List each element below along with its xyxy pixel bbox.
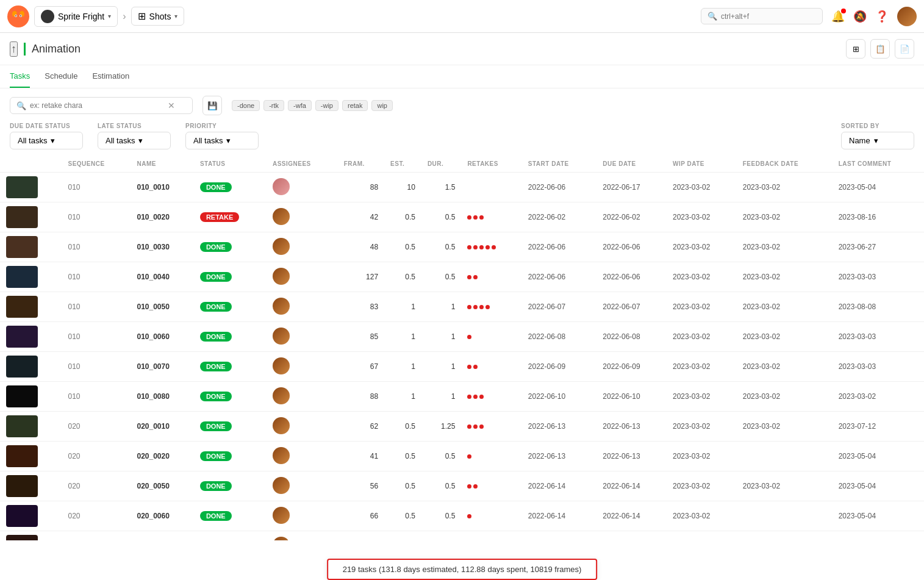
shot-name[interactable]: 010_0050 (131, 292, 193, 322)
tag-wip[interactable]: -wip (315, 100, 338, 111)
shot-feedback-date (737, 531, 833, 541)
copy-button[interactable]: 📋 (870, 39, 890, 59)
shot-last-comment: 2023-06-27 (833, 232, 924, 262)
tag-done[interactable]: -done (232, 100, 260, 111)
chevron-down-icon: ▾ (108, 13, 111, 20)
shots-icon: ⊞ (138, 10, 146, 22)
col-dur[interactable]: DUR. (421, 156, 461, 173)
shot-name[interactable]: 020_0050 (131, 471, 193, 501)
shot-name[interactable]: 010_0030 (131, 232, 193, 262)
col-assignees[interactable]: ASSIGNEES (267, 156, 338, 173)
sorted-by-dropdown[interactable]: Name ▾ (841, 132, 914, 149)
col-name[interactable]: NAME (131, 156, 193, 173)
grid-view-button[interactable]: ⊞ (846, 39, 865, 59)
shot-name[interactable]: 020_0070 (131, 531, 193, 541)
col-sequence[interactable]: SEQUENCE (62, 156, 131, 173)
save-filter-button[interactable]: 💾 (202, 96, 222, 115)
table-row[interactable]: 010010_0060DONE85112022-06-082022-06-082… (0, 322, 924, 352)
tag-wfa[interactable]: -wfa (288, 100, 312, 111)
table-row[interactable]: 010010_0070DONE67112022-06-092022-06-092… (0, 352, 924, 382)
shot-name[interactable]: 020_0020 (131, 442, 193, 471)
tabs: Tasks Schedule Estimation (0, 65, 924, 88)
tab-tasks[interactable]: Tasks (10, 65, 30, 88)
filter-search[interactable]: 🔍 ✕ (10, 97, 193, 114)
col-due-date[interactable]: DUE DATE (596, 156, 667, 173)
shot-name[interactable]: 010_0060 (131, 322, 193, 352)
global-search[interactable]: 🔍 (701, 8, 823, 24)
shot-feedback-date: 2023-03-02 (737, 262, 833, 292)
col-last-comment[interactable]: LAST COMMENT (833, 156, 924, 173)
shots-selector[interactable]: ⊞ Shots ▾ (131, 7, 185, 26)
priority-dropdown[interactable]: All tasks ▾ (185, 132, 259, 149)
shot-name[interactable]: 010_0040 (131, 262, 193, 292)
table-row[interactable]: 010010_0040DONE1270.50.52022-06-062022-0… (0, 262, 924, 292)
tag-retak[interactable]: retak (342, 100, 368, 111)
shot-due-date: 2022-06-17 (596, 173, 667, 202)
shot-frames: 83 (338, 292, 384, 322)
table-row[interactable]: 020020_0060DONE660.50.52022-06-142022-06… (0, 501, 924, 531)
shot-retakes (461, 322, 521, 352)
shot-est: 0.5 (384, 471, 421, 501)
shot-dur: 1.5 (421, 173, 461, 202)
global-search-input[interactable] (721, 12, 806, 21)
shot-last-comment: 2023-05-04 (833, 471, 924, 501)
shot-assignees (267, 202, 338, 232)
project-selector[interactable]: Sprite Fright ▾ (34, 6, 118, 27)
user-avatar[interactable] (897, 7, 917, 26)
shot-feedback-date: 2023-03-02 (737, 412, 833, 442)
shot-due-date: 2022-06-10 (596, 382, 667, 412)
shot-name[interactable]: 010_0010 (131, 173, 193, 202)
table-row[interactable]: 020020_0070DONE52112022-06-152022-06-152… (0, 531, 924, 541)
notifications-button[interactable]: 🔔 (831, 10, 845, 23)
shot-name[interactable]: 010_0020 (131, 202, 193, 232)
table-row[interactable]: 020020_0010DONE620.51.252022-06-132022-0… (0, 412, 924, 442)
due-date-status-dropdown[interactable]: All tasks ▾ (10, 132, 83, 149)
shot-est: 0.5 (384, 202, 421, 232)
shot-frames: 41 (338, 442, 384, 471)
col-start-date[interactable]: START DATE (522, 156, 596, 173)
col-frames[interactable]: FRAM. (338, 156, 384, 173)
table-row[interactable]: 010010_0080DONE88112022-06-102022-06-102… (0, 382, 924, 412)
col-est[interactable]: EST. (384, 156, 421, 173)
shot-sequence: 020 (62, 442, 131, 471)
shot-assignees (267, 173, 338, 202)
table-row[interactable]: 010010_0020RETAKE420.50.52022-06-022022-… (0, 202, 924, 232)
filter-search-input[interactable] (30, 101, 164, 110)
tag-wip2[interactable]: wip (371, 100, 393, 111)
tab-schedule[interactable]: Schedule (45, 65, 77, 88)
col-retakes[interactable]: RETAKES (461, 156, 521, 173)
help-button[interactable]: ❓ (875, 10, 889, 23)
app-logo[interactable] (7, 5, 29, 27)
shot-retakes (461, 232, 521, 262)
shot-est: 0.5 (384, 501, 421, 531)
shot-sequence: 020 (62, 501, 131, 531)
table-row[interactable]: 010010_0050DONE83112022-06-072022-06-072… (0, 292, 924, 322)
shot-wip-date: 2023-03-02 (667, 501, 737, 531)
shot-name[interactable]: 010_0070 (131, 352, 193, 382)
alerts-button[interactable]: 🔕 (853, 10, 867, 23)
tab-estimation[interactable]: Estimation (92, 65, 129, 88)
table-row[interactable]: 020020_0020DONE410.50.52022-06-132022-06… (0, 442, 924, 471)
export-button[interactable]: 📄 (895, 39, 914, 59)
shot-due-date: 2022-06-14 (596, 501, 667, 531)
shot-name[interactable]: 020_0060 (131, 501, 193, 531)
late-status-dropdown[interactable]: All tasks ▾ (98, 132, 171, 149)
shot-name[interactable]: 020_0010 (131, 412, 193, 442)
table-row[interactable]: 010010_0010DONE88101.52022-06-062022-06-… (0, 173, 924, 202)
col-feedback-date[interactable]: FEEDBACK DATE (737, 156, 833, 173)
shot-retakes (461, 412, 521, 442)
shot-thumbnail (0, 322, 62, 352)
col-status[interactable]: STATUS (194, 156, 267, 173)
col-wip-date[interactable]: WIP DATE (667, 156, 737, 173)
tag-rtk[interactable]: -rtk (263, 100, 284, 111)
chevron-down-icon: ▾ (51, 136, 55, 145)
back-button[interactable]: ↑ (10, 41, 18, 57)
shot-start-date: 2022-06-15 (522, 531, 596, 541)
shot-name[interactable]: 010_0080 (131, 382, 193, 412)
shot-due-date: 2022-06-02 (596, 202, 667, 232)
table-row[interactable]: 010010_0030DONE480.50.52022-06-062022-06… (0, 232, 924, 262)
filter-clear-button[interactable]: ✕ (168, 101, 175, 110)
table-row[interactable]: 020020_0050DONE560.50.52022-06-142022-06… (0, 471, 924, 501)
chevron-down-icon: ▾ (174, 13, 177, 20)
shot-start-date: 2022-06-14 (522, 501, 596, 531)
